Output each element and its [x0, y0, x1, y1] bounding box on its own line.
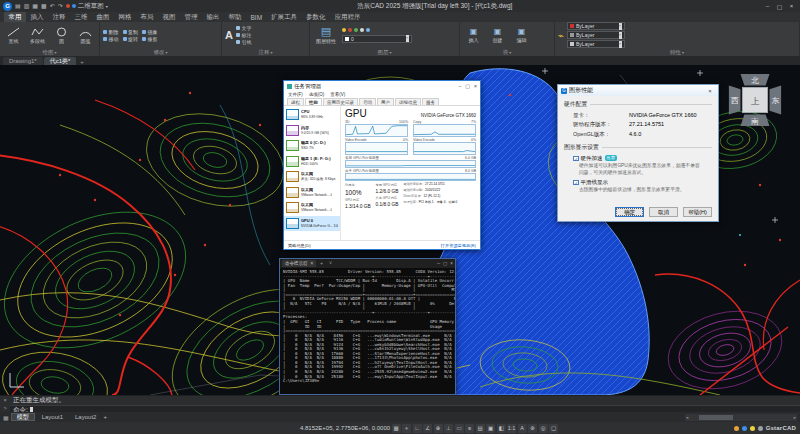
smooth-line-checkbox[interactable]: ✓	[573, 180, 579, 186]
taskmgr-sidebar-item[interactable]: 磁盘 1 (E: F: G:)HDD 100%	[284, 154, 340, 170]
panel-label-properties[interactable]: 特性	[555, 48, 799, 56]
modify-tool[interactable]: 移动	[103, 36, 119, 42]
scrollbar-thumb[interactable]	[699, 415, 733, 420]
cancel-button[interactable]: 取消	[649, 207, 678, 217]
redo-icon[interactable]: ↷	[58, 3, 63, 9]
taskmgr-restore-button[interactable]: ▢	[465, 83, 470, 89]
block-tool[interactable]: ▣ 创建	[487, 28, 508, 43]
layer-lock-icon[interactable]	[354, 28, 358, 32]
isolate-icon[interactable]: ◎	[539, 424, 548, 433]
taskmgr-tab[interactable]: 应用历史记录	[323, 98, 358, 105]
dialog-close-button[interactable]: ×	[705, 88, 715, 94]
modify-tool[interactable]: 旋转	[123, 36, 139, 42]
layer-dropdown[interactable]: 0 ▾	[342, 35, 412, 43]
property-dropdown[interactable]: ByLayer ▾	[567, 22, 625, 30]
taskmgr-tab[interactable]: 详细信息	[395, 98, 421, 105]
ribbon-tab[interactable]: 管理	[180, 12, 202, 22]
ribbon-tab[interactable]: 扩展工具	[267, 12, 302, 22]
modify-tool[interactable]: 镜像	[142, 29, 158, 35]
annotate-tool[interactable]: 文字	[236, 25, 252, 31]
taskmgr-tab[interactable]: 用户	[377, 98, 394, 105]
ribbon-tab[interactable]: 常用	[4, 12, 26, 22]
polyline-tool[interactable]: 多段线	[27, 27, 48, 44]
minimize-button[interactable]: –	[762, 3, 773, 10]
ribbon-tab[interactable]: 三维	[70, 12, 92, 22]
otrack-icon[interactable]: ⊥	[444, 424, 453, 433]
layer-freeze-icon[interactable]	[348, 28, 352, 32]
taskmgr-sidebar-item[interactable]: 以太网VMware Network... 0	[284, 185, 340, 201]
scroll-right-icon[interactable]: ▸	[794, 415, 796, 420]
ribbon-tab[interactable]: 网格	[114, 12, 136, 22]
layout-tab[interactable]: 模型	[11, 413, 35, 421]
taskmgr-sidebar-item[interactable]: GPU 0NVIDIA GeForce G... 100% (36°C)	[284, 216, 340, 232]
undo-icon[interactable]: ↶	[50, 3, 55, 9]
taskmgr-menu[interactable]: 选项(O)	[309, 92, 325, 97]
ribbon-tab[interactable]: BIM	[246, 12, 267, 22]
terminal-titlebar[interactable]: 命令提示符 × + ˅ ─ ▢ ×	[280, 259, 455, 268]
layer-properties-tool[interactable]: ▤ 图层特性	[313, 26, 339, 44]
terminal-restore-button[interactable]: ▢	[443, 261, 447, 266]
viewcube-east[interactable]: 东	[771, 96, 779, 105]
taskmgr-titlebar[interactable]: 任务管理器 – ▢ ×	[284, 81, 480, 91]
ribbon-tab[interactable]: 应用程序	[330, 12, 365, 22]
workspace-icon[interactable]: ⊛	[528, 424, 537, 433]
taskmgr-menu[interactable]: 文件(F)	[288, 92, 303, 97]
match-properties-icon[interactable]: ⌁	[558, 30, 564, 41]
layout-tab[interactable]: Layout1	[37, 413, 68, 421]
taskmgr-sidebar-item[interactable]: 以太网VMware Network... 0	[284, 200, 340, 216]
scroll-left-icon[interactable]: ◂	[686, 415, 688, 420]
taskmgr-tab[interactable]: 启动	[359, 98, 376, 105]
viewcube-south[interactable]: 南	[750, 117, 759, 126]
taskmgr-minimize-button[interactable]: –	[459, 83, 462, 89]
ribbon-tab[interactable]: 输出	[202, 12, 224, 22]
ribbon-tab[interactable]: 注释	[48, 12, 70, 22]
notification-icon[interactable]	[734, 426, 739, 431]
horizontal-scrollbar[interactable]: ◂ ▸	[685, 414, 797, 421]
hardware-acceleration-checkbox[interactable]: ✓	[573, 156, 579, 162]
workspace-switcher[interactable]: 二维草图 ▾	[66, 2, 108, 11]
terminal-tab[interactable]: 命令提示符 ×	[282, 260, 316, 267]
layout-tab[interactable]: Layout2	[70, 413, 101, 421]
panel-label-draw[interactable]: 绘图	[0, 48, 99, 56]
selection-cycling-icon[interactable]: ◧	[497, 424, 506, 433]
add-layout-button[interactable]: +	[103, 414, 107, 420]
restore-button[interactable]: ▢	[774, 3, 785, 10]
circle-tool[interactable]: 圆	[51, 27, 72, 44]
panel-label-block[interactable]: 块	[460, 48, 554, 56]
ribbon-tab[interactable]: 参数化	[302, 12, 331, 22]
snap-icon[interactable]: ⌖	[402, 424, 411, 433]
open-file-icon[interactable]: ▥	[24, 3, 30, 9]
text-icon[interactable]: A	[225, 30, 233, 41]
ribbon-tab[interactable]: 插入	[26, 12, 48, 22]
ribbon-tab[interactable]: 曲面	[92, 12, 114, 22]
open-resource-monitor-link[interactable]: 打开资源监视器(R)	[441, 243, 476, 248]
panel-label-annotate[interactable]: 注释	[222, 48, 309, 56]
drawing-tab[interactable]: 代c1类*	[44, 57, 77, 65]
close-button[interactable]: ×	[786, 3, 797, 10]
drawing-tab[interactable]: Drawing1*	[3, 57, 43, 65]
pin-icon[interactable]	[750, 426, 755, 431]
polar-tracking-icon[interactable]: ∠	[423, 424, 432, 433]
annotate-tool[interactable]: 标注	[236, 32, 252, 38]
ribbon-tab[interactable]: 视图	[158, 12, 180, 22]
taskmgr-sidebar-item[interactable]: 以太网发送: 320 接收: 8 Kbps	[284, 169, 340, 185]
taskmgr-sidebar-item[interactable]: 磁盘 0 (C: D:)SSD 7%	[284, 138, 340, 154]
taskmgr-close-button[interactable]: ×	[474, 83, 477, 89]
drawing-canvas[interactable]: 北 南 西 东 上 任务管理器 – ▢ × 文件(F)选项(O)查看(V	[0, 65, 800, 395]
block-tool[interactable]: ▣ 编辑	[511, 28, 532, 43]
viewcube-north[interactable]: 北	[751, 76, 759, 85]
app-logo-icon[interactable]: G	[3, 2, 12, 11]
taskmgr-tab[interactable]: 进程	[287, 98, 304, 105]
new-tab-button[interactable]: +	[318, 261, 325, 266]
modify-tool[interactable]: 删除	[103, 29, 119, 35]
fewer-details-toggle[interactable]: 简略信息(D)	[288, 243, 311, 248]
dialog-titlebar[interactable]: G 图形性能 ×	[558, 85, 718, 96]
tab-close-icon[interactable]: ×	[311, 261, 314, 266]
lineweight-icon[interactable]: ≡	[465, 424, 474, 433]
panel-label-modify[interactable]: 修改	[100, 48, 221, 56]
layer-on-icon[interactable]	[342, 28, 346, 32]
transparency-icon[interactable]: ▤	[476, 424, 485, 433]
viewcube-up[interactable]: 上	[751, 96, 760, 106]
view-cube[interactable]: 北 南 西 东 上	[726, 71, 784, 129]
taskmgr-tab[interactable]: 性能	[305, 98, 322, 105]
